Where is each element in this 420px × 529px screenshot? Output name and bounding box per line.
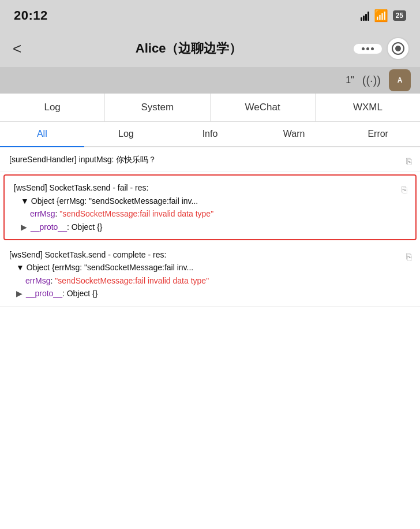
- nav-actions: [354, 37, 410, 60]
- log-line-2-1: ▼ Object {errMsg: "sendSocketMessage:fai…: [14, 195, 406, 207]
- log-line-3-3: ▶ __proto__: Object {}: [9, 287, 411, 300]
- preview-bar: 1" ((·)) A: [0, 67, 420, 94]
- filter-all[interactable]: All: [0, 122, 84, 146]
- wifi-icon: 📶: [374, 9, 388, 23]
- record-dot: [395, 46, 401, 51]
- record-button[interactable]: [387, 37, 410, 60]
- filter-warn[interactable]: Warn: [252, 122, 336, 146]
- tab-system[interactable]: System: [105, 94, 210, 121]
- status-icons: 📶 25: [361, 9, 406, 23]
- dot3: [371, 47, 374, 50]
- log-line: [sureSendHandler] inputMsg: 你快乐吗？: [9, 153, 411, 166]
- filter-error[interactable]: Error: [336, 122, 420, 146]
- filter-log[interactable]: Log: [84, 122, 168, 146]
- status-time: 20:12: [14, 8, 48, 23]
- tab-wxml[interactable]: WXML: [316, 94, 420, 121]
- copy-icon-2[interactable]: ⎘: [402, 182, 407, 198]
- tab-wechat[interactable]: WeChat: [211, 94, 316, 121]
- record-icon: [392, 42, 404, 55]
- preview-timer: 1": [346, 75, 354, 85]
- log-line-2-3: ▶ __proto__: Object {}: [14, 221, 406, 233]
- signal-icon: [361, 10, 369, 21]
- main-tab-bar: Log System WeChat WXML: [0, 94, 420, 122]
- more-options-button[interactable]: [354, 44, 382, 54]
- log-entry-1: [sureSendHandler] inputMsg: 你快乐吗？ ⎘: [0, 147, 420, 172]
- dot1: [362, 47, 365, 50]
- back-button[interactable]: <: [10, 38, 24, 60]
- log-entry-2: [wsSend] SocketTask.send - fail - res: ▼…: [3, 174, 417, 240]
- log-line-3-0: [wsSend] SocketTask.send - complete - re…: [9, 248, 411, 261]
- log-entry-3: [wsSend] SocketTask.send - complete - re…: [0, 243, 420, 307]
- filter-info[interactable]: Info: [168, 122, 252, 146]
- log-line-3-1: ▼ Object {errMsg: "sendSocketMessage:fai…: [9, 261, 411, 274]
- nav-title: Alice（边聊边学）: [31, 40, 347, 57]
- tab-log[interactable]: Log: [0, 94, 105, 121]
- log-line-2-2: errMsg: "sendSocketMessage:fail invalid …: [14, 207, 406, 220]
- log-area: [sureSendHandler] inputMsg: 你快乐吗？ ⎘ [wsS…: [0, 147, 420, 529]
- log-line-2-0: [wsSend] SocketTask.send - fail - res:: [14, 181, 406, 194]
- nav-bar: < Alice（边聊边学）: [0, 30, 420, 67]
- battery-badge: 25: [393, 10, 406, 21]
- status-bar: 20:12 📶 25: [0, 0, 420, 30]
- log-line-3-2: errMsg: "sendSocketMessage:fail invalid …: [9, 274, 411, 287]
- copy-icon-3[interactable]: ⎘: [406, 249, 412, 264]
- avatar: A: [389, 69, 411, 91]
- dot2: [366, 47, 369, 50]
- copy-icon-1[interactable]: ⎘: [406, 154, 412, 169]
- wave-icon: ((·)): [362, 74, 381, 87]
- filter-bar: All Log Info Warn Error: [0, 122, 420, 147]
